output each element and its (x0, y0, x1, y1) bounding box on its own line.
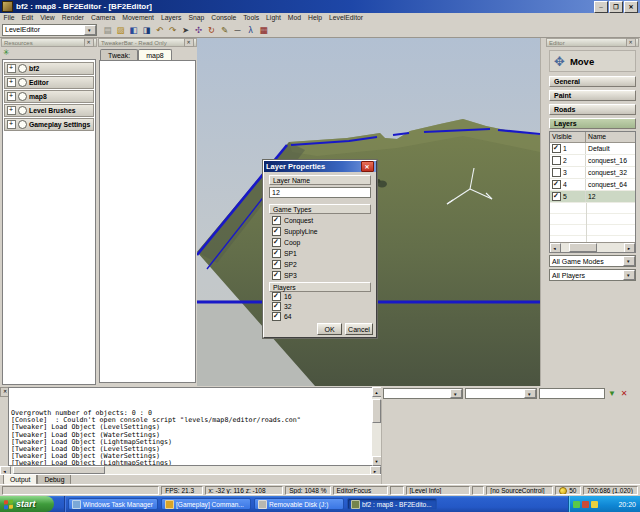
expand-icon[interactable] (7, 120, 16, 129)
game-type-checkbox[interactable] (272, 271, 281, 280)
menu-item[interactable]: File (0, 14, 18, 21)
refresh-icon[interactable]: ✳ (3, 49, 10, 57)
undo-icon[interactable]: ↶ (153, 23, 166, 36)
chevron-down-icon[interactable] (450, 389, 462, 398)
clear-console-icon[interactable]: ✕ (619, 389, 629, 399)
section-paint[interactable]: Paint (549, 90, 636, 101)
column-header-name[interactable]: Name (586, 132, 635, 142)
chevron-down-icon[interactable] (623, 270, 635, 280)
players-checkbox[interactable] (272, 312, 281, 321)
open-folder-icon[interactable]: ▨ (114, 23, 127, 36)
line-icon[interactable]: ─ (231, 23, 244, 36)
dialog-titlebar[interactable]: Layer Properties (264, 161, 376, 172)
menu-item[interactable]: View (37, 14, 59, 21)
tree-item[interactable]: map8 (4, 90, 94, 103)
layer-visible-checkbox[interactable] (552, 144, 561, 153)
scroll-right-icon[interactable] (624, 243, 635, 253)
close-icon[interactable] (84, 38, 94, 47)
run-command-icon[interactable]: ▼ (607, 389, 617, 399)
scroll-left-icon[interactable] (550, 243, 561, 253)
close-icon[interactable] (361, 161, 374, 172)
taskbar-task-button[interactable]: Removable Disk (J:) (254, 498, 344, 511)
console-vscrollbar[interactable] (372, 387, 381, 466)
grid-icon[interactable]: ▦ (257, 23, 270, 36)
tray-alert-icon[interactable] (591, 501, 598, 508)
console-hscrollbar[interactable] (0, 466, 381, 474)
menu-item[interactable]: Render (58, 14, 87, 21)
menu-item[interactable]: Layers (158, 14, 185, 21)
tray-app-icon[interactable] (582, 501, 589, 508)
menu-item[interactable]: Tools (240, 14, 263, 21)
players-checkbox[interactable] (272, 302, 281, 311)
layer-visible-checkbox[interactable] (552, 168, 561, 177)
taskbar-task-button[interactable]: bf2 : map8 - BF2Edito... (347, 498, 437, 511)
menu-item[interactable]: Help (305, 14, 326, 21)
layers-table-hscrollbar[interactable] (550, 242, 635, 252)
close-icon[interactable] (626, 38, 636, 47)
game-type-checkbox[interactable] (272, 216, 281, 225)
tree-item[interactable]: Level Brushes (4, 104, 94, 117)
taskbar-task-button[interactable]: Windows Task Manager (68, 498, 158, 511)
tweaker-tab[interactable]: map8 (138, 49, 172, 60)
section-layers[interactable]: Layers (549, 118, 636, 129)
tree-item[interactable]: Gameplay Settings (4, 118, 94, 131)
section-general[interactable]: General (549, 76, 636, 87)
start-button[interactable]: start (0, 496, 54, 512)
game-type-checkbox[interactable] (272, 238, 281, 247)
tweaker-tab[interactable]: Tweak: (100, 49, 138, 60)
editor-mode-select[interactable]: LevelEditor (2, 24, 97, 36)
menu-item[interactable]: Snap (185, 14, 208, 21)
menu-item[interactable]: Edit (18, 14, 37, 21)
expand-icon[interactable] (7, 92, 16, 101)
console-command-input[interactable] (539, 388, 605, 399)
game-type-checkbox[interactable] (272, 249, 281, 258)
console-filter-select-1[interactable] (383, 388, 463, 399)
layer-visible-checkbox[interactable] (552, 180, 561, 189)
tree-item[interactable]: Editor (4, 76, 94, 89)
player-filter-select[interactable]: All Players (549, 269, 636, 281)
menu-item[interactable]: Movement (119, 14, 158, 21)
minimize-button[interactable] (594, 1, 608, 13)
close-icon[interactable] (184, 38, 194, 47)
ok-button[interactable]: OK (317, 323, 342, 335)
cancel-button[interactable]: Cancel (345, 323, 373, 335)
layer-name-input[interactable]: 12 (269, 187, 371, 198)
game-mode-filter-select[interactable]: All Game Modes (549, 255, 636, 267)
lambda-icon[interactable]: λ (244, 23, 257, 36)
paste-icon[interactable]: ▤ (101, 23, 114, 36)
console-filter-select-2[interactable] (465, 388, 537, 399)
layer-row[interactable]: 5 12 (550, 191, 635, 203)
players-checkbox[interactable] (272, 292, 281, 301)
draw-line-icon[interactable]: ✎ (218, 23, 231, 36)
taskbar-task-button[interactable]: [Gameplay] Comman... (161, 498, 251, 511)
layer-visible-checkbox[interactable] (552, 156, 561, 165)
rotate-icon[interactable]: ↻ (205, 23, 218, 36)
menu-item[interactable]: Mod (284, 14, 304, 21)
save-all-icon[interactable]: ◨ (140, 23, 153, 36)
column-header-visible[interactable]: Visible (550, 132, 586, 142)
game-type-checkbox[interactable] (272, 260, 281, 269)
chevron-down-icon[interactable] (524, 389, 536, 398)
layer-row[interactable]: 1 Default (550, 143, 635, 155)
menu-item[interactable]: Camera (88, 14, 119, 21)
chevron-down-icon[interactable] (84, 25, 96, 35)
select-vertex-icon[interactable]: ✣ (192, 23, 205, 36)
tree-item[interactable]: bf2 (4, 62, 94, 75)
chevron-down-icon[interactable] (623, 256, 635, 266)
pointer-icon[interactable]: ➤ (179, 23, 192, 36)
layer-row[interactable]: 4 conquest_64 (550, 179, 635, 191)
layer-row[interactable]: 2 conquest_16 (550, 155, 635, 167)
console-output[interactable]: Overgrowth number of objects: 0 : 0[Cons… (8, 387, 372, 466)
tray-shield-icon[interactable] (573, 501, 580, 508)
expand-icon[interactable] (7, 78, 16, 87)
menu-item[interactable]: Light (263, 14, 285, 21)
layer-visible-checkbox[interactable] (552, 192, 561, 201)
close-button[interactable] (624, 1, 638, 13)
maximize-button[interactable] (609, 1, 623, 13)
save-icon[interactable]: ◧ (127, 23, 140, 36)
redo-icon[interactable]: ↷ (166, 23, 179, 36)
menu-item[interactable]: Console (208, 14, 240, 21)
game-type-checkbox[interactable] (272, 227, 281, 236)
expand-icon[interactable] (7, 64, 16, 73)
menu-item[interactable]: LevelEditor (326, 14, 367, 21)
